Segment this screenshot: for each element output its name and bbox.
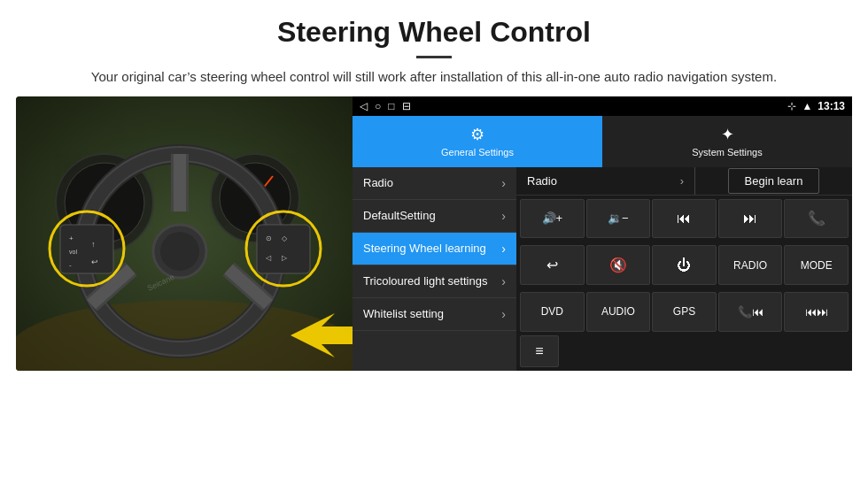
tab-system-label: System Settings [692,147,762,157]
phone-prev-button[interactable]: 📞⏮ [718,292,783,332]
android-panel: ◁ ○ □ ⊟ ⊹ ▲ 13:13 ⚙ General Settings [353,96,852,371]
begin-learn-button[interactable]: Begin learn [728,168,820,194]
tab-general-settings[interactable]: ⚙ General Settings [353,116,602,167]
svg-text:◇: ◇ [282,234,288,242]
gps-label: GPS [673,305,695,318]
settings-gear-icon: ⚙ [470,125,484,144]
svg-text:↑: ↑ [91,240,96,249]
top-row: Radio › Begin learn [516,167,852,196]
title-divider [416,56,452,58]
next-track-button[interactable]: ⏭ [718,199,783,239]
vol-down-icon: 🔉− [608,211,629,225]
phone-prev-icon: 📞⏮ [738,305,763,319]
vol-up-button[interactable]: 🔊+ [520,199,585,239]
mute-icon: 🔇 [609,257,627,273]
skip-icon: ⏮⏭ [805,305,828,319]
audio-label: AUDIO [601,305,635,318]
begin-learn-area: Begin learn [695,167,852,195]
right-panel: Radio › Begin learn 🔊+ 🔉− [516,167,852,371]
menu-tricoloured-label: Tricoloured light settings [363,274,487,288]
signal-icon: ▲ [802,100,812,112]
control-buttons-row3: DVD AUDIO GPS 📞⏮ ⏮⏭ [516,288,852,335]
car-image-area: + vol - ↑ ↩ ⊙ ◇ ◁ ▷ [16,96,353,371]
dvd-label: DVD [541,305,563,318]
page-subtitle: Your original car’s steering wheel contr… [89,67,779,88]
status-bar: ◁ ○ □ ⊟ ⊹ ▲ 13:13 [353,96,852,116]
svg-point-18 [160,232,199,271]
radio-row: Radio › [516,167,695,195]
phone-icon: 📞 [808,210,825,227]
menu-item-radio[interactable]: Radio › [353,167,516,200]
nav-home-icon[interactable]: ○ [375,100,381,112]
chevron-icon: › [501,209,506,223]
power-icon: ⏻ [677,257,691,273]
mute-button[interactable]: 🔇 [586,245,651,285]
nav-recents-icon[interactable]: □ [388,100,394,112]
status-bar-right: ⊹ ▲ 13:13 [787,100,845,112]
power-button[interactable]: ⏻ [652,245,717,285]
menu-default-label: DefaultSetting [363,209,436,222]
tab-system-settings[interactable]: ✦ System Settings [602,116,852,167]
radio-button[interactable]: RADIO [718,245,783,285]
page-title: Steering Wheel Control [18,16,850,49]
svg-text:-: - [69,261,72,269]
settings-content: Radio › DefaultSetting › Steering Wheel … [353,167,852,371]
system-settings-icon: ✦ [721,125,734,144]
radio-chevron-icon: › [680,174,684,188]
prev-track-button[interactable]: ⏮ [652,199,717,239]
control-buttons-row4: ≡ [516,335,852,371]
control-buttons-row2: ↩ 🔇 ⏻ RADIO MODE [516,242,852,288]
menu-list-button[interactable]: ≡ [520,335,559,367]
menu-item-tricoloured[interactable]: Tricoloured light settings › [353,265,516,298]
back-icon: ↩ [546,257,558,273]
svg-rect-19 [60,225,113,273]
tabs-row: ⚙ General Settings ✦ System Settings [353,116,852,167]
location-icon: ⊹ [787,100,796,112]
back-button[interactable]: ↩ [520,245,585,285]
mode-label: MODE [801,259,833,272]
svg-text:◁: ◁ [266,254,272,262]
audio-button[interactable]: AUDIO [586,292,651,332]
radio-label: Radio [527,174,557,188]
menu-radio-label: Radio [363,176,393,189]
page-header: Steering Wheel Control Your original car… [0,0,868,96]
svg-rect-25 [257,225,310,273]
steering-wheel-image: + vol - ↑ ↩ ⊙ ◇ ◁ ▷ [16,96,353,371]
main-content: + vol - ↑ ↩ ⊙ ◇ ◁ ▷ [0,96,868,380]
radio-btn-label: RADIO [733,259,767,272]
phone-button[interactable]: 📞 [784,199,849,239]
svg-text:+: + [69,234,74,242]
svg-text:⊙: ⊙ [266,234,272,242]
chevron-icon: › [501,307,506,321]
svg-text:↩: ↩ [91,257,98,266]
menu-item-defaultsetting[interactable]: DefaultSetting › [353,200,516,233]
vol-down-button[interactable]: 🔉− [586,199,651,239]
prev-track-icon: ⏮ [677,211,691,227]
nav-menu-icon[interactable]: ⊟ [402,100,411,112]
menu-steering-label: Steering Wheel learning [363,242,486,255]
menu-whitelist-label: Whitelist setting [363,307,444,320]
chevron-icon: › [501,242,506,256]
gps-button[interactable]: GPS [652,292,717,332]
chevron-icon: › [501,274,506,288]
mode-button[interactable]: MODE [784,245,849,285]
status-bar-left: ◁ ○ □ ⊟ [360,100,411,112]
tab-general-label: General Settings [441,147,514,157]
left-menu: Radio › DefaultSetting › Steering Wheel … [353,167,516,371]
nav-back-icon[interactable]: ◁ [360,100,368,112]
skip-button[interactable]: ⏮⏭ [784,292,849,332]
dvd-button[interactable]: DVD [520,292,585,332]
page-wrapper: Steering Wheel Control Your original car… [0,0,868,380]
control-buttons-row1: 🔊+ 🔉− ⏮ ⏭ 📞 [516,196,852,242]
svg-text:▷: ▷ [282,254,288,262]
svg-text:vol: vol [69,249,77,255]
menu-item-whitelist[interactable]: Whitelist setting › [353,298,516,331]
menu-list-icon: ≡ [535,343,543,359]
menu-item-steering-wheel[interactable]: Steering Wheel learning › [353,233,516,265]
next-track-icon: ⏭ [743,211,757,227]
status-time: 13:13 [818,100,845,112]
vol-up-icon: 🔊+ [542,211,563,225]
chevron-icon: › [501,176,506,190]
